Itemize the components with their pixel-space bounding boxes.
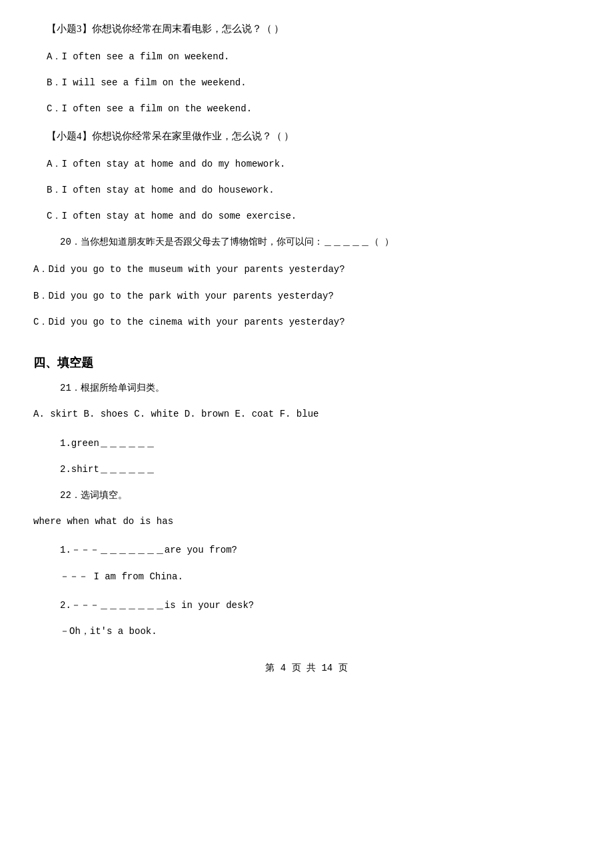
- q3-option-b: B．I will see a film on the weekend.: [33, 75, 580, 91]
- question21-block: 21．根据所给单词归类。 A. skirt B. shoes C. white …: [33, 380, 580, 487]
- q4-option-a: A．I often stay at home and do my homewor…: [33, 156, 580, 173]
- q22-item1-answer: －－－ I am from China.: [33, 569, 580, 585]
- q21-item2: 2.shirt＿＿＿＿＿＿: [33, 461, 580, 478]
- q4-option-b: B．I often stay at home and do housework.: [33, 182, 580, 199]
- question20-block: 20．当你想知道朋友昨天是否跟父母去了博物馆时，你可以问：＿＿＿＿＿（ ） A．…: [33, 234, 580, 340]
- q3-option-c: C．I often see a film on the weekend.: [33, 101, 580, 117]
- question21-title: 21．根据所给单词归类。: [33, 380, 580, 397]
- question4-block: 【小题4】你想说你经常呆在家里做作业，怎么说？（ ） A．I often sta…: [33, 127, 580, 235]
- q20-option-c: C．Did you go to the cinema with your par…: [33, 314, 580, 331]
- q22-item2-answer: －Oh，it's a book.: [33, 623, 580, 640]
- q21-item1: 1.green＿＿＿＿＿＿: [33, 435, 580, 452]
- question3-block: 【小题3】你想说你经常在周末看电影，怎么说？（ ） A．I often see …: [33, 20, 580, 127]
- q20-option-a: A．Did you go to the museum with your par…: [33, 261, 580, 278]
- q3-option-a: A．I often see a film on weekend.: [33, 49, 580, 65]
- question22-block: 22．选词填空。 where when what do is has 1.－－－…: [33, 487, 580, 640]
- question4-title: 【小题4】你想说你经常呆在家里做作业，怎么说？（ ）: [33, 127, 580, 145]
- question22-wordbank: where when what do is has: [33, 513, 580, 530]
- q20-option-b: B．Did you go to the park with your paren…: [33, 288, 580, 305]
- q4-option-c: C．I often stay at home and do some exerc…: [33, 208, 580, 225]
- question22-title: 22．选词填空。: [33, 487, 580, 504]
- question21-wordbank: A. skirt B. shoes C. white D. brown E. c…: [33, 406, 580, 423]
- question20-title: 20．当你想知道朋友昨天是否跟父母去了博物馆时，你可以问：＿＿＿＿＿（ ）: [33, 234, 580, 251]
- q22-item1-prompt: 1.－－－＿＿＿＿＿＿＿are you from?: [33, 542, 580, 559]
- page-footer: 第 4 页 共 14 页: [33, 660, 580, 677]
- section4-header: 四、填空题: [33, 352, 580, 373]
- question3-title: 【小题3】你想说你经常在周末看电影，怎么说？（ ）: [33, 20, 580, 38]
- q22-item2-prompt: 2.－－－＿＿＿＿＿＿＿is in your desk?: [33, 597, 580, 614]
